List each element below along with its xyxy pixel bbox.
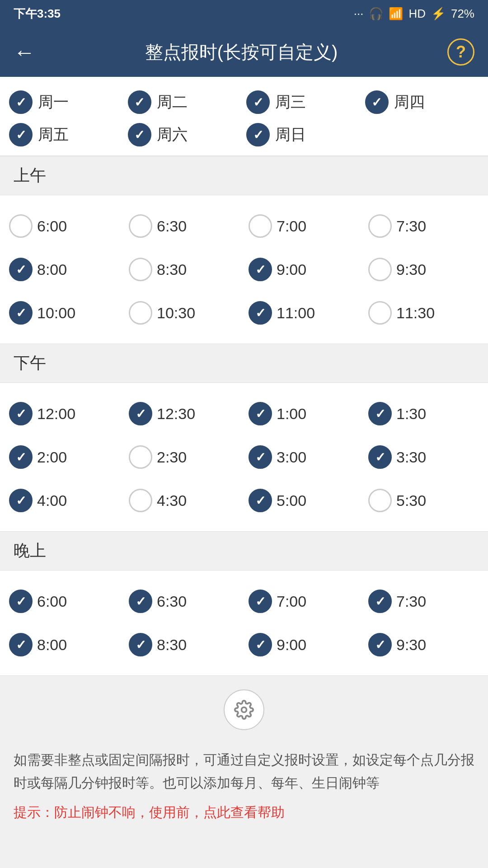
time-label-8:30: 8:30	[157, 636, 187, 654]
time-label-2:30: 2:30	[157, 448, 187, 466]
time-item-7:00[interactable]: 7:00	[244, 580, 364, 623]
time-checkbox-2:30	[129, 445, 152, 469]
time-label-4:30: 4:30	[157, 492, 187, 509]
time-checkbox-7:30	[368, 590, 392, 613]
day-item-周日[interactable]: 周日	[246, 123, 361, 146]
time-label-3:30: 3:30	[396, 448, 426, 466]
time-grid-下午: 12:00 12:30 1:00 1:30 2:00 2:30 3:00	[0, 383, 488, 531]
time-item-8:30[interactable]: 8:30	[124, 623, 244, 666]
time-item-8:30[interactable]: 8:30	[124, 248, 244, 291]
time-checkbox-7:30	[368, 214, 392, 238]
time-item-8:00[interactable]: 8:00	[5, 248, 124, 291]
time-label-12:30: 12:30	[157, 405, 195, 423]
time-checkbox-9:00	[249, 258, 272, 281]
time-item-11:00[interactable]: 11:00	[244, 291, 364, 335]
time-item-2:30[interactable]: 2:30	[124, 435, 244, 479]
day-label-周五: 周五	[38, 124, 69, 145]
time-checkbox-8:30	[129, 258, 152, 281]
headphone-icon: 🎧	[369, 7, 383, 21]
time-label-9:30: 9:30	[396, 636, 426, 654]
time-item-2:00[interactable]: 2:00	[5, 435, 124, 479]
time-item-3:00[interactable]: 3:00	[244, 435, 364, 479]
day-item-周二[interactable]: 周二	[128, 90, 242, 114]
time-item-8:00[interactable]: 8:00	[5, 623, 124, 666]
time-item-4:00[interactable]: 4:00	[5, 479, 124, 522]
day-label-周一: 周一	[38, 92, 69, 113]
time-item-5:30[interactable]: 5:30	[364, 479, 483, 522]
time-checkbox-7:00	[249, 590, 272, 613]
time-checkbox-6:00	[9, 214, 33, 238]
back-button[interactable]: ←	[14, 40, 35, 65]
bottom-info: 如需要非整点或固定间隔报时，可通过自定义报时设置，如设定每个点几分报时或每隔几分…	[0, 744, 488, 832]
time-item-9:30[interactable]: 9:30	[364, 623, 483, 666]
time-item-1:00[interactable]: 1:00	[244, 392, 364, 435]
time-label-11:00: 11:00	[277, 304, 315, 322]
time-label-3:00: 3:00	[277, 448, 306, 466]
time-label-1:00: 1:00	[277, 405, 306, 423]
day-checkbox-周五	[9, 123, 33, 146]
time-grid-上午: 6:00 6:30 7:00 7:30 8:00 8:30 9:00	[0, 195, 488, 344]
time-item-3:30[interactable]: 3:30	[364, 435, 483, 479]
time-checkbox-8:30	[129, 633, 152, 656]
time-item-10:30[interactable]: 10:30	[124, 291, 244, 335]
time-item-7:30[interactable]: 7:30	[364, 204, 483, 248]
time-checkbox-11:00	[249, 301, 272, 325]
time-item-9:00[interactable]: 9:00	[244, 248, 364, 291]
time-item-12:00[interactable]: 12:00	[5, 392, 124, 435]
battery-level: 72%	[451, 7, 474, 21]
settings-area	[0, 675, 488, 744]
time-label-2:00: 2:00	[37, 448, 67, 466]
day-item-周六[interactable]: 周六	[128, 123, 242, 146]
time-item-9:00[interactable]: 9:00	[244, 623, 364, 666]
time-grid-晚上: 6:00 6:30 7:00 7:30 8:00 8:30 9:00	[0, 571, 488, 675]
time-item-7:00[interactable]: 7:00	[244, 204, 364, 248]
svg-point-0	[242, 708, 247, 712]
time-item-1:30[interactable]: 1:30	[364, 392, 483, 435]
settings-button[interactable]	[224, 689, 264, 730]
time-item-5:00[interactable]: 5:00	[244, 479, 364, 522]
day-item-周三[interactable]: 周三	[246, 90, 361, 114]
day-checkbox-周日	[246, 123, 270, 146]
help-button[interactable]: ?	[447, 38, 474, 66]
time-checkbox-1:30	[368, 402, 392, 425]
day-label-周六: 周六	[157, 124, 188, 145]
time-checkbox-9:00	[249, 633, 272, 656]
time-item-7:30[interactable]: 7:30	[364, 580, 483, 623]
time-checkbox-10:00	[9, 301, 33, 325]
time-label-6:00: 6:00	[37, 593, 67, 610]
section-header-上午: 上午	[0, 156, 488, 195]
time-item-9:30[interactable]: 9:30	[364, 248, 483, 291]
time-label-6:30: 6:30	[157, 593, 187, 610]
time-checkbox-9:30	[368, 633, 392, 656]
time-item-12:30[interactable]: 12:30	[124, 392, 244, 435]
time-checkbox-5:00	[249, 489, 272, 512]
time-checkbox-6:00	[9, 590, 33, 613]
time-label-9:00: 9:00	[277, 636, 306, 654]
day-item-周四[interactable]: 周四	[365, 90, 479, 114]
time-checkbox-12:00	[9, 402, 33, 425]
time-checkbox-7:00	[249, 214, 272, 238]
time-label-10:30: 10:30	[157, 304, 195, 322]
time-item-6:00[interactable]: 6:00	[5, 580, 124, 623]
time-item-6:30[interactable]: 6:30	[124, 204, 244, 248]
status-icons: ··· 🎧 📶 HD ⚡ 72%	[354, 7, 474, 21]
time-label-8:00: 8:00	[37, 261, 67, 278]
info-text: 如需要非整点或固定间隔报时，可通过自定义报时设置，如设定每个点几分报时或每隔几分…	[14, 748, 474, 794]
time-item-10:00[interactable]: 10:00	[5, 291, 124, 335]
time-item-6:30[interactable]: 6:30	[124, 580, 244, 623]
time-label-4:00: 4:00	[37, 492, 67, 509]
time-checkbox-4:00	[9, 489, 33, 512]
signal-icon: HD	[408, 7, 426, 21]
time-label-9:30: 9:30	[396, 261, 426, 278]
time-item-11:30[interactable]: 11:30	[364, 291, 483, 335]
time-label-8:30: 8:30	[157, 261, 187, 278]
header: ← 整点报时(长按可自定义) ?	[0, 27, 488, 77]
time-item-4:30[interactable]: 4:30	[124, 479, 244, 522]
day-item-周一[interactable]: 周一	[9, 90, 123, 114]
day-checkbox-周四	[365, 90, 389, 114]
time-label-12:00: 12:00	[37, 405, 75, 423]
hint-text[interactable]: 提示：防止闹钟不响，使用前，点此查看帮助	[14, 802, 474, 823]
time-checkbox-2:00	[9, 445, 33, 469]
day-item-周五[interactable]: 周五	[9, 123, 123, 146]
time-item-6:00[interactable]: 6:00	[5, 204, 124, 248]
